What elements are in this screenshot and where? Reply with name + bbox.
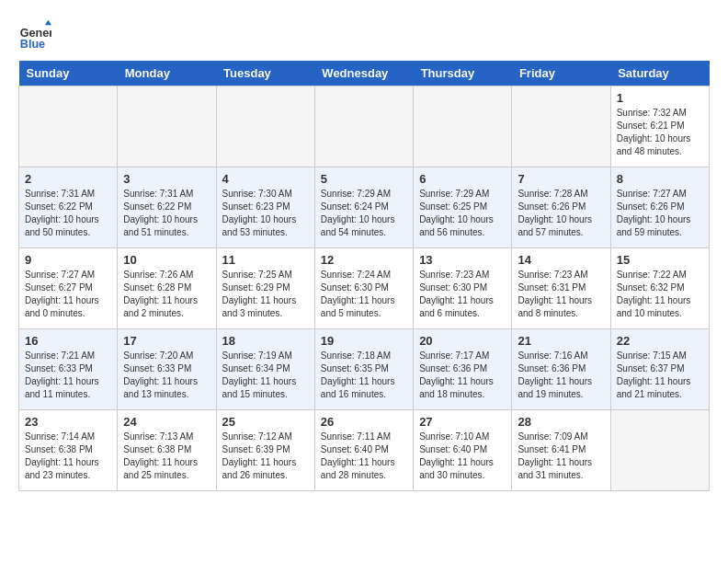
day-info: Sunrise: 7:15 AM Sunset: 6:37 PM Dayligh… <box>617 350 703 401</box>
day-cell: 6Sunrise: 7:29 AM Sunset: 6:25 PM Daylig… <box>414 167 512 248</box>
day-cell: 2Sunrise: 7:31 AM Sunset: 6:22 PM Daylig… <box>19 167 118 248</box>
day-info: Sunrise: 7:14 AM Sunset: 6:38 PM Dayligh… <box>25 431 111 482</box>
day-header-wednesday: Wednesday <box>314 61 413 86</box>
day-info: Sunrise: 7:16 AM Sunset: 6:36 PM Dayligh… <box>518 350 604 401</box>
logo-icon: General Blue <box>18 18 51 52</box>
day-number: 14 <box>518 253 604 267</box>
day-info: Sunrise: 7:19 AM Sunset: 6:34 PM Dayligh… <box>222 350 309 401</box>
day-info: Sunrise: 7:29 AM Sunset: 6:24 PM Dayligh… <box>321 188 407 239</box>
day-header-saturday: Saturday <box>610 61 709 86</box>
day-cell: 17Sunrise: 7:20 AM Sunset: 6:33 PM Dayli… <box>118 329 216 410</box>
week-row-1: 1Sunrise: 7:32 AM Sunset: 6:21 PM Daylig… <box>19 86 710 167</box>
day-number: 6 <box>419 172 506 186</box>
day-cell: 10Sunrise: 7:26 AM Sunset: 6:28 PM Dayli… <box>118 248 216 329</box>
day-cell <box>19 86 118 167</box>
day-cell: 7Sunrise: 7:28 AM Sunset: 6:26 PM Daylig… <box>512 167 610 248</box>
day-cell: 15Sunrise: 7:22 AM Sunset: 6:32 PM Dayli… <box>610 248 709 329</box>
day-cell: 8Sunrise: 7:27 AM Sunset: 6:26 PM Daylig… <box>610 167 709 248</box>
calendar-table: SundayMondayTuesdayWednesdayThursdayFrid… <box>18 61 710 491</box>
day-number: 20 <box>419 334 506 348</box>
day-info: Sunrise: 7:25 AM Sunset: 6:29 PM Dayligh… <box>222 269 309 320</box>
day-cell: 20Sunrise: 7:17 AM Sunset: 6:36 PM Dayli… <box>414 329 512 410</box>
day-cell: 16Sunrise: 7:21 AM Sunset: 6:33 PM Dayli… <box>19 329 118 410</box>
day-number: 16 <box>25 334 111 348</box>
day-number: 25 <box>222 415 309 429</box>
day-header-friday: Friday <box>512 61 610 86</box>
day-number: 1 <box>617 91 703 105</box>
day-info: Sunrise: 7:30 AM Sunset: 6:23 PM Dayligh… <box>222 188 309 239</box>
day-info: Sunrise: 7:31 AM Sunset: 6:22 PM Dayligh… <box>123 188 210 239</box>
day-cell <box>414 86 512 167</box>
day-info: Sunrise: 7:27 AM Sunset: 6:26 PM Dayligh… <box>617 188 703 239</box>
day-number: 12 <box>321 253 407 267</box>
day-number: 11 <box>222 253 309 267</box>
day-number: 18 <box>222 334 309 348</box>
day-number: 26 <box>321 415 407 429</box>
day-cell: 28Sunrise: 7:09 AM Sunset: 6:41 PM Dayli… <box>512 410 610 491</box>
day-cell: 3Sunrise: 7:31 AM Sunset: 6:22 PM Daylig… <box>118 167 216 248</box>
day-header-monday: Monday <box>118 61 216 86</box>
day-cell: 4Sunrise: 7:30 AM Sunset: 6:23 PM Daylig… <box>216 167 314 248</box>
day-info: Sunrise: 7:11 AM Sunset: 6:40 PM Dayligh… <box>321 431 407 482</box>
day-number: 24 <box>123 415 210 429</box>
logo: General Blue <box>18 18 51 52</box>
day-cell: 18Sunrise: 7:19 AM Sunset: 6:34 PM Dayli… <box>216 329 314 410</box>
day-header-row: SundayMondayTuesdayWednesdayThursdayFrid… <box>19 61 710 86</box>
day-cell: 9Sunrise: 7:27 AM Sunset: 6:27 PM Daylig… <box>19 248 118 329</box>
day-cell: 21Sunrise: 7:16 AM Sunset: 6:36 PM Dayli… <box>512 329 610 410</box>
day-number: 23 <box>25 415 111 429</box>
day-cell: 26Sunrise: 7:11 AM Sunset: 6:40 PM Dayli… <box>314 410 413 491</box>
day-info: Sunrise: 7:17 AM Sunset: 6:36 PM Dayligh… <box>419 350 506 401</box>
week-row-5: 23Sunrise: 7:14 AM Sunset: 6:38 PM Dayli… <box>19 410 710 491</box>
day-header-sunday: Sunday <box>19 61 118 86</box>
day-number: 10 <box>123 253 210 267</box>
day-cell: 27Sunrise: 7:10 AM Sunset: 6:40 PM Dayli… <box>414 410 512 491</box>
day-info: Sunrise: 7:12 AM Sunset: 6:39 PM Dayligh… <box>222 431 309 482</box>
day-info: Sunrise: 7:31 AM Sunset: 6:22 PM Dayligh… <box>25 188 111 239</box>
day-number: 15 <box>617 253 703 267</box>
day-number: 19 <box>321 334 407 348</box>
day-info: Sunrise: 7:24 AM Sunset: 6:30 PM Dayligh… <box>321 269 407 320</box>
day-header-tuesday: Tuesday <box>216 61 314 86</box>
day-info: Sunrise: 7:26 AM Sunset: 6:28 PM Dayligh… <box>123 269 210 320</box>
day-cell: 5Sunrise: 7:29 AM Sunset: 6:24 PM Daylig… <box>314 167 413 248</box>
day-cell: 12Sunrise: 7:24 AM Sunset: 6:30 PM Dayli… <box>314 248 413 329</box>
day-info: Sunrise: 7:28 AM Sunset: 6:26 PM Dayligh… <box>518 188 604 239</box>
day-cell: 14Sunrise: 7:23 AM Sunset: 6:31 PM Dayli… <box>512 248 610 329</box>
day-info: Sunrise: 7:21 AM Sunset: 6:33 PM Dayligh… <box>25 350 111 401</box>
day-cell: 24Sunrise: 7:13 AM Sunset: 6:38 PM Dayli… <box>118 410 216 491</box>
day-info: Sunrise: 7:22 AM Sunset: 6:32 PM Dayligh… <box>617 269 703 320</box>
day-info: Sunrise: 7:18 AM Sunset: 6:35 PM Dayligh… <box>321 350 407 401</box>
day-info: Sunrise: 7:20 AM Sunset: 6:33 PM Dayligh… <box>123 350 210 401</box>
day-cell: 22Sunrise: 7:15 AM Sunset: 6:37 PM Dayli… <box>610 329 709 410</box>
day-cell: 13Sunrise: 7:23 AM Sunset: 6:30 PM Dayli… <box>414 248 512 329</box>
day-info: Sunrise: 7:29 AM Sunset: 6:25 PM Dayligh… <box>419 188 506 239</box>
day-number: 2 <box>25 172 111 186</box>
svg-marker-2 <box>45 20 51 25</box>
day-header-thursday: Thursday <box>414 61 512 86</box>
day-info: Sunrise: 7:23 AM Sunset: 6:30 PM Dayligh… <box>419 269 506 320</box>
day-number: 4 <box>222 172 309 186</box>
day-info: Sunrise: 7:13 AM Sunset: 6:38 PM Dayligh… <box>123 431 210 482</box>
day-cell: 23Sunrise: 7:14 AM Sunset: 6:38 PM Dayli… <box>19 410 118 491</box>
day-cell: 25Sunrise: 7:12 AM Sunset: 6:39 PM Dayli… <box>216 410 314 491</box>
week-row-4: 16Sunrise: 7:21 AM Sunset: 6:33 PM Dayli… <box>19 329 710 410</box>
week-row-2: 2Sunrise: 7:31 AM Sunset: 6:22 PM Daylig… <box>19 167 710 248</box>
day-number: 22 <box>617 334 703 348</box>
day-info: Sunrise: 7:23 AM Sunset: 6:31 PM Dayligh… <box>518 269 604 320</box>
day-cell: 1Sunrise: 7:32 AM Sunset: 6:21 PM Daylig… <box>610 86 709 167</box>
day-number: 28 <box>518 415 604 429</box>
day-info: Sunrise: 7:10 AM Sunset: 6:40 PM Dayligh… <box>419 431 506 482</box>
day-number: 21 <box>518 334 604 348</box>
day-info: Sunrise: 7:27 AM Sunset: 6:27 PM Dayligh… <box>25 269 111 320</box>
day-cell <box>216 86 314 167</box>
day-cell <box>512 86 610 167</box>
day-number: 7 <box>518 172 604 186</box>
day-info: Sunrise: 7:32 AM Sunset: 6:21 PM Dayligh… <box>617 107 703 158</box>
week-row-3: 9Sunrise: 7:27 AM Sunset: 6:27 PM Daylig… <box>19 248 710 329</box>
day-number: 27 <box>419 415 506 429</box>
day-number: 13 <box>419 253 506 267</box>
day-cell <box>118 86 216 167</box>
day-cell <box>314 86 413 167</box>
svg-text:Blue: Blue <box>20 38 45 51</box>
